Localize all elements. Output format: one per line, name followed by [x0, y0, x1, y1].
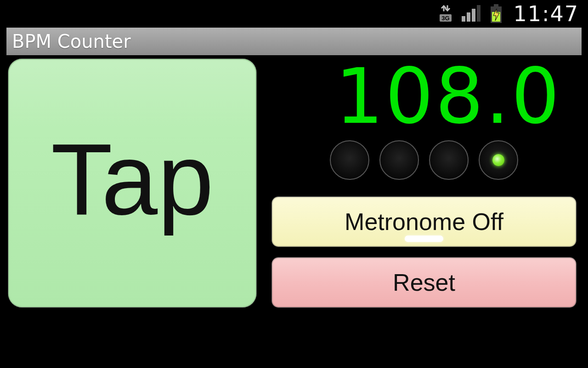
right-column: 108.0 Metronome Off Reset [256, 59, 580, 357]
beat-dot-1 [330, 140, 369, 180]
beat-indicator-row [272, 137, 576, 183]
svg-rect-3 [467, 12, 470, 22]
svg-rect-2 [462, 16, 465, 22]
svg-rect-4 [472, 9, 475, 22]
beat-dot-4 [479, 140, 518, 180]
svg-text:3G: 3G [442, 15, 450, 22]
signal-icon [461, 5, 482, 23]
bpm-readout: 108.0 [272, 59, 576, 137]
app-title-bar: BPM Counter [6, 28, 582, 55]
main-content: Tap 108.0 Metronome Off Reset [8, 59, 580, 357]
metronome-indicator-icon [405, 236, 443, 242]
network-3g-icon: 3G [438, 5, 453, 23]
battery-charging-icon [489, 4, 503, 23]
status-bar: 3G 11:47 [0, 0, 588, 28]
tap-button-label: Tap [51, 129, 214, 230]
left-column: Tap [8, 59, 256, 357]
svg-rect-6 [494, 4, 498, 6]
reset-button-label: Reset [393, 269, 455, 296]
metronome-toggle-button[interactable]: Metronome Off [272, 197, 576, 247]
svg-rect-5 [477, 5, 481, 22]
beat-dot-3 [429, 140, 469, 180]
tap-button[interactable]: Tap [8, 59, 256, 307]
beat-dot-2 [379, 140, 419, 180]
reset-button[interactable]: Reset [272, 258, 576, 307]
bpm-value: 108.0 [335, 59, 561, 135]
metronome-toggle-label: Metronome Off [345, 208, 503, 236]
app-title: BPM Counter [12, 31, 131, 52]
clock: 11:47 [513, 1, 579, 26]
